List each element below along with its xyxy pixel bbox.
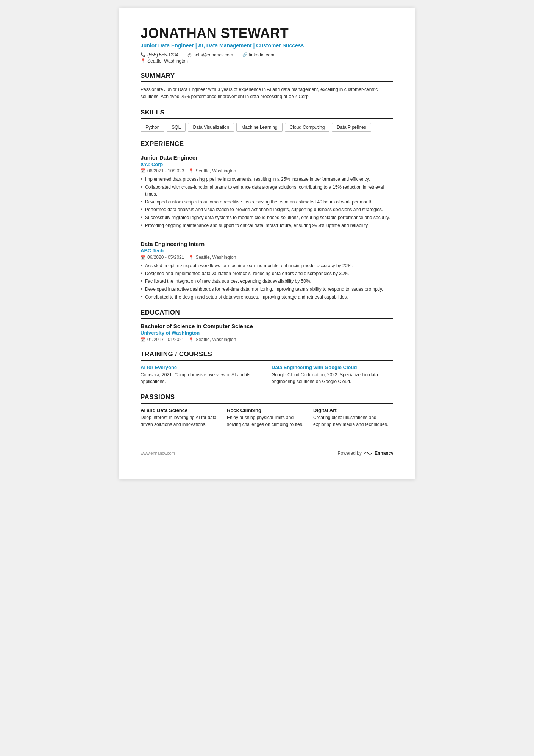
location-contact: 📍 Seattle, Washington <box>141 58 188 64</box>
experience-title: EXPERIENCE <box>141 140 393 150</box>
job-bullets: Implemented data processing pipeline imp… <box>141 176 393 229</box>
edu-school: University of Washington <box>141 330 393 336</box>
email-contact: @ help@enhancv.com <box>187 52 233 58</box>
job-bullets: Assisted in optimizing data workflows fo… <box>141 262 393 301</box>
training-grid: AI for Everyone Coursera, 2021. Comprehe… <box>141 365 393 385</box>
passion-desc: Deep interest in leveraging AI for data-… <box>141 414 221 428</box>
skill-badge: Cloud Computing <box>285 123 330 132</box>
passion-title-text: AI and Data Science <box>141 407 221 413</box>
summary-text: Passionate Junior Data Engineer with 3 y… <box>141 86 393 100</box>
skill-badge: Data Pipelines <box>332 123 371 132</box>
location-row: 📍 Seattle, Washington <box>141 58 393 64</box>
phone-contact: 📞 (555) 555-1234 <box>141 52 178 58</box>
passion-desc: Creating digital illustrations and explo… <box>313 414 393 428</box>
company-name: ABC Tech <box>141 248 393 254</box>
passions-title: PASSIONS <box>141 393 393 404</box>
experience-section: EXPERIENCE Junior Data Engineer XYZ Corp… <box>141 140 393 301</box>
link-icon: 🔗 <box>242 52 248 57</box>
edu-degree: Bachelor of Science in Computer Science <box>141 323 393 329</box>
bullet-item: Designed and implemented data validation… <box>141 270 393 277</box>
skill-badge: Data Visualization <box>188 123 234 132</box>
passion-item: Rock Climbing Enjoy pushing physical lim… <box>227 407 307 428</box>
candidate-name: JONATHAN STEWART <box>141 26 393 41</box>
brand-name: Enhancv <box>375 451 393 456</box>
header: JONATHAN STEWART Junior Data Engineer | … <box>141 26 393 64</box>
training-title: TRAINING / COURSES <box>141 351 393 361</box>
skills-title: SKILLS <box>141 109 393 119</box>
email-icon: @ <box>187 53 192 57</box>
job-block: Data Engineering Intern ABC Tech 📅 06/20… <box>141 241 393 301</box>
job-block: Junior Data Engineer XYZ Corp 📅 06/2021 … <box>141 154 393 235</box>
passions-grid: AI and Data Science Deep interest in lev… <box>141 407 393 428</box>
bullet-item: Providing ongoing maintenance and suppor… <box>141 222 393 229</box>
education-title: EDUCATION <box>141 309 393 319</box>
job-location: 📍 Seattle, Washington <box>189 168 236 174</box>
skills-list: PythonSQLData VisualizationMachine Learn… <box>141 123 393 132</box>
skill-badge: Machine Learning <box>236 123 282 132</box>
footer-website: www.enhancv.com <box>141 451 175 455</box>
bullet-item: Performed data analysis and visualizatio… <box>141 206 393 213</box>
calendar-icon: 📅 <box>141 337 146 342</box>
contact-row: 📞 (555) 555-1234 @ help@enhancv.com 🔗 li… <box>141 52 393 58</box>
job-location: 📍 Seattle, Washington <box>189 255 236 260</box>
passion-item: AI and Data Science Deep interest in lev… <box>141 407 221 428</box>
job-dates: 📅 06/2020 - 05/2021 <box>141 255 184 260</box>
linkedin-value: linkedin.com <box>249 52 275 58</box>
location-icon: 📍 <box>189 337 194 342</box>
training-item: Data Engineering with Google Cloud Googl… <box>272 365 393 385</box>
passion-desc: Enjoy pushing physical limits and solvin… <box>227 414 307 428</box>
edu-dates: 📅 01/2017 - 01/2021 <box>141 337 184 342</box>
resume-page: JONATHAN STEWART Junior Data Engineer | … <box>119 8 415 479</box>
enhancv-logo-icon <box>364 451 372 456</box>
skill-badge: Python <box>141 123 164 132</box>
job-dates: 📅 06/2021 - 10/2023 <box>141 168 184 174</box>
email-value: help@enhancv.com <box>193 52 233 58</box>
linkedin-contact: 🔗 linkedin.com <box>242 52 275 58</box>
job-title: Data Engineering Intern <box>141 241 393 247</box>
jobs-container: Junior Data Engineer XYZ Corp 📅 06/2021 … <box>141 154 393 301</box>
bullet-item: Facilitated the integration of new data … <box>141 278 393 285</box>
passions-section: PASSIONS AI and Data Science Deep intere… <box>141 393 393 428</box>
training-desc: Google Cloud Certification, 2022. Specia… <box>272 371 393 385</box>
footer: www.enhancv.com Powered by Enhancv <box>141 451 393 456</box>
footer-brand: Powered by Enhancv <box>338 451 393 456</box>
passion-item: Digital Art Creating digital illustratio… <box>313 407 393 428</box>
bullet-item: Assisted in optimizing data workflows fo… <box>141 262 393 269</box>
calendar-icon: 📅 <box>141 168 146 173</box>
training-title-text: AI for Everyone <box>141 365 262 370</box>
job-meta: 📅 06/2020 - 05/2021 📍 Seattle, Washingto… <box>141 255 393 260</box>
training-section: TRAINING / COURSES AI for Everyone Cours… <box>141 351 393 385</box>
bullet-item: Collaborated with cross-functional teams… <box>141 184 393 198</box>
edu-location: 📍 Seattle, Washington <box>189 337 236 342</box>
phone-icon: 📞 <box>141 52 146 57</box>
calendar-icon: 📅 <box>141 255 146 260</box>
skill-badge: SQL <box>167 123 186 132</box>
location-icon: 📍 <box>141 58 146 63</box>
skills-section: SKILLS PythonSQLData VisualizationMachin… <box>141 109 393 132</box>
bullet-item: Developed interactive dashboards for rea… <box>141 286 393 293</box>
summary-title: SUMMARY <box>141 72 393 82</box>
training-item: AI for Everyone Coursera, 2021. Comprehe… <box>141 365 262 385</box>
company-name: XYZ Corp <box>141 161 393 167</box>
education-section: EDUCATION Bachelor of Science in Compute… <box>141 309 393 342</box>
bullet-item: Implemented data processing pipeline imp… <box>141 176 393 183</box>
training-title-text: Data Engineering with Google Cloud <box>272 365 393 370</box>
training-desc: Coursera, 2021. Comprehensive overview o… <box>141 371 262 385</box>
job-title: Junior Data Engineer <box>141 154 393 161</box>
location-value: Seattle, Washington <box>147 58 188 64</box>
passion-title-text: Digital Art <box>313 407 393 413</box>
location-icon: 📍 <box>189 168 194 173</box>
job-meta: 📅 06/2021 - 10/2023 📍 Seattle, Washingto… <box>141 168 393 174</box>
bullet-item: Successfully migrated legacy data system… <box>141 214 393 221</box>
bullet-item: Developed custom scripts to automate rep… <box>141 199 393 206</box>
bullet-item: Contributed to the design and setup of d… <box>141 294 393 301</box>
candidate-title: Junior Data Engineer | AI, Data Manageme… <box>141 42 393 49</box>
edu-meta: 📅 01/2017 - 01/2021 📍 Seattle, Washingto… <box>141 337 393 342</box>
summary-section: SUMMARY Passionate Junior Data Engineer … <box>141 72 393 100</box>
passion-title-text: Rock Climbing <box>227 407 307 413</box>
location-icon: 📍 <box>189 255 194 260</box>
phone-value: (555) 555-1234 <box>147 52 178 58</box>
